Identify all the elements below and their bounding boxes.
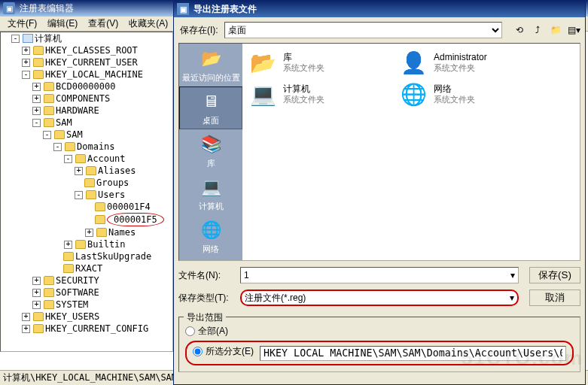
place-desktop[interactable]: 🖥桌面 bbox=[179, 86, 242, 129]
menu-favorites[interactable]: 收藏夹(A) bbox=[124, 16, 172, 32]
tree-software[interactable]: SOFTWARE bbox=[56, 286, 99, 299]
file-item-network[interactable]: 🌐 网络系统文件夹 bbox=[398, 80, 533, 108]
tree-hkcc[interactable]: HKEY_CURRENT_CONFIG bbox=[45, 323, 148, 335]
save-in-label: 保存在(I): bbox=[178, 23, 220, 38]
radio-export-selected[interactable]: 所选分支(E) bbox=[193, 345, 254, 358]
place-libraries[interactable]: 📚库 bbox=[179, 129, 242, 172]
folder-icon bbox=[86, 166, 96, 175]
savetype-label: 保存类型(T): bbox=[178, 292, 236, 305]
folder-icon bbox=[44, 118, 54, 127]
tree-security[interactable]: SECURITY bbox=[56, 274, 99, 286]
folder-icon bbox=[33, 46, 44, 55]
network-icon: 🌐 bbox=[398, 80, 429, 108]
tree-user-000001f4[interactable]: 000001F4 bbox=[107, 201, 151, 213]
regedit-icon: ▣ bbox=[177, 3, 189, 15]
menu-edit[interactable]: 编辑(E) bbox=[43, 16, 82, 32]
tree-system[interactable]: SYSTEM bbox=[56, 299, 88, 311]
folder-icon bbox=[84, 178, 95, 187]
registry-title-text: 注册表编辑器 bbox=[20, 2, 74, 15]
filename-input[interactable] bbox=[244, 270, 510, 280]
tree-domains[interactable]: Domains bbox=[77, 141, 115, 153]
tree-users[interactable]: Users bbox=[98, 189, 125, 201]
save-in-dropdown[interactable]: 桌面 bbox=[224, 22, 502, 38]
place-network[interactable]: 🌐网络 bbox=[179, 215, 242, 258]
dialog-title-text: 导出注册表文件 bbox=[193, 3, 257, 16]
tree-sam[interactable]: SAM bbox=[56, 117, 72, 129]
tree-bcd[interactable]: BCD00000000 bbox=[56, 80, 115, 92]
tree-hardware[interactable]: HARDWARE bbox=[56, 105, 99, 117]
new-folder-icon[interactable]: 📁 bbox=[549, 23, 562, 37]
tree-sam2[interactable]: SAM bbox=[66, 129, 83, 141]
place-recent[interactable]: 📂最近访问的位置 bbox=[179, 44, 242, 86]
folder-icon bbox=[96, 228, 107, 237]
folder-icon bbox=[65, 142, 75, 151]
folder-icon bbox=[95, 202, 105, 211]
tree-lastsku[interactable]: LastSkuUpgrade bbox=[75, 250, 151, 262]
folder-icon bbox=[86, 190, 96, 199]
tree-builtin[interactable]: Builtin bbox=[87, 238, 126, 250]
file-item-libraries[interactable]: 📂 库系统文件夹 bbox=[247, 48, 382, 77]
file-pane: 📂最近访问的位置 🖥桌面 📚库 💻计算机 🌐网络 📂 库系统文件夹 👤 Admi… bbox=[178, 43, 580, 261]
recent-icon: 📂 bbox=[199, 47, 223, 71]
folder-icon bbox=[44, 106, 54, 115]
save-button[interactable]: 保存(S) bbox=[529, 267, 580, 283]
libraries-icon: 📚 bbox=[199, 132, 223, 156]
file-item-administrator[interactable]: 👤 Administrator系统文件夹 bbox=[398, 48, 533, 77]
chevron-down-icon[interactable]: ▾ bbox=[510, 293, 514, 303]
menu-file[interactable]: 文件(F) bbox=[3, 16, 41, 32]
tree-aliases[interactable]: Aliases bbox=[98, 165, 136, 177]
up-icon[interactable]: ⤴ bbox=[531, 23, 544, 37]
regedit-icon: ▣ bbox=[3, 2, 15, 14]
tree-hkcr[interactable]: HKEY_CLASSES_ROOT bbox=[45, 44, 138, 56]
place-computer[interactable]: 💻计算机 bbox=[179, 172, 242, 215]
back-icon[interactable]: ⟲ bbox=[513, 23, 526, 37]
view-menu-icon[interactable]: ▤▾ bbox=[567, 23, 580, 37]
computer-icon bbox=[23, 34, 33, 43]
user-icon: 👤 bbox=[398, 48, 429, 77]
folder-icon bbox=[44, 300, 54, 309]
dialog-titlebar[interactable]: ▣ 导出注册表文件 bbox=[174, 1, 585, 17]
folder-icon bbox=[63, 264, 74, 273]
export-range-legend: 导出范围 bbox=[184, 311, 226, 324]
network-icon: 🌐 bbox=[199, 218, 223, 242]
places-bar: 📂最近访问的位置 🖥桌面 📚库 💻计算机 🌐网络 bbox=[179, 44, 242, 260]
file-list[interactable]: 📂 库系统文件夹 👤 Administrator系统文件夹 💻 计算机系统文件夹… bbox=[242, 44, 580, 260]
filename-label: 文件名(N): bbox=[178, 269, 236, 282]
tree-hklm[interactable]: HKEY_LOCAL_MACHINE bbox=[45, 68, 143, 80]
computer-icon: 💻 bbox=[247, 80, 279, 108]
radio-export-all[interactable]: 全部(A) bbox=[185, 325, 574, 338]
savetype-dropdown[interactable]: 注册文件(*.reg)▾ bbox=[240, 290, 519, 306]
folder-icon bbox=[33, 312, 44, 321]
folder-icon bbox=[33, 70, 44, 79]
cancel-button[interactable]: 取消 bbox=[529, 290, 580, 306]
registry-tree[interactable]: -计算机 +HKEY_CLASSES_ROOT +HKEY_CURRENT_US… bbox=[0, 32, 173, 352]
folder-icon bbox=[44, 276, 54, 285]
tree-groups[interactable]: Groups bbox=[96, 177, 129, 189]
folder-icon bbox=[33, 58, 44, 67]
tree-hku[interactable]: HKEY_USERS bbox=[45, 311, 99, 323]
folder-icon bbox=[75, 240, 86, 249]
file-item-computer[interactable]: 💻 计算机系统文件夹 bbox=[247, 80, 382, 108]
folder-icon bbox=[44, 82, 54, 91]
tree-root[interactable]: 计算机 bbox=[35, 32, 62, 44]
folder-icon bbox=[54, 130, 65, 139]
watermark: 51CTO.com bbox=[462, 347, 583, 370]
tree-rxact[interactable]: RXACT bbox=[75, 262, 102, 274]
folder-icon bbox=[95, 215, 105, 224]
folder-icon bbox=[63, 252, 74, 261]
menu-view[interactable]: 查看(V) bbox=[84, 16, 123, 32]
computer-icon: 💻 bbox=[199, 175, 223, 199]
folder-icon bbox=[33, 324, 44, 333]
filename-field[interactable]: ▾ bbox=[240, 267, 519, 283]
chevron-down-icon[interactable]: ▾ bbox=[510, 270, 515, 280]
folder-icon bbox=[44, 94, 54, 103]
tree-account[interactable]: Account bbox=[87, 153, 126, 165]
export-dialog: ▣ 导出注册表文件 保存在(I): 桌面 ⟲ ⤴ 📁 ▤▾ 📂最近访问的位置 🖥… bbox=[173, 0, 586, 385]
folder-icon bbox=[44, 288, 54, 297]
folder-icon bbox=[75, 154, 86, 163]
libraries-icon: 📂 bbox=[247, 48, 279, 77]
tree-components[interactable]: COMPONENTS bbox=[56, 92, 110, 105]
tree-user-000001f5[interactable]: 000001F5 bbox=[107, 213, 164, 226]
tree-names[interactable]: Names bbox=[108, 226, 136, 238]
tree-hkcu[interactable]: HKEY_CURRENT_USER bbox=[45, 56, 138, 68]
